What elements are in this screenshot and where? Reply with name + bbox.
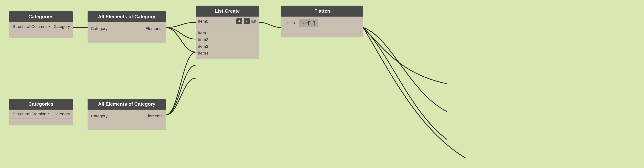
categories-node-bottom: Categories Structural Columns Structural…	[9, 99, 73, 125]
flatten-title: Flatten	[281, 5, 363, 16]
list-create-node: List.Create item0 + - list item1 item2 i…	[196, 5, 259, 59]
all-elements-bottom-port-in: Category	[91, 114, 108, 119]
all-elements-node-top: All Elements of Category Category Elemen…	[88, 11, 166, 43]
all-elements-top-title: All Elements of Category	[88, 11, 166, 22]
all-elements-bottom-title: All Elements of Category	[88, 99, 166, 110]
list-create-item2: item2	[198, 36, 256, 43]
category-port-top: Category	[54, 24, 70, 29]
structural-framing-select[interactable]: Structural Columns Structural Framing	[12, 111, 51, 117]
all-elements-top-port-in: Category	[91, 26, 108, 31]
flatten-port-out: var[]..[]	[299, 19, 318, 27]
categories-node-top: Categories Structural Columns Structural…	[9, 11, 73, 38]
categories-top-title: Categories	[9, 11, 73, 22]
list-create-item0: item0	[198, 19, 208, 24]
list-create-item1: item1	[198, 30, 256, 36]
flatten-bottom-label: l	[281, 30, 363, 37]
flatten-node: Flatten list > var[]..[] l	[281, 5, 363, 37]
list-create-port-out: list	[251, 19, 256, 24]
all-elements-top-port-out: Elements	[145, 26, 162, 31]
category-port-bottom: Category	[54, 112, 70, 117]
list-create-item3: item3	[198, 43, 256, 50]
flatten-arrow-icon: >	[293, 20, 296, 26]
categories-bottom-title: Categories	[9, 99, 73, 110]
all-elements-node-bottom: All Elements of Category Category Elemen…	[88, 99, 166, 130]
flatten-port-in: list	[285, 21, 290, 25]
list-create-item4: item4	[198, 50, 256, 57]
all-elements-bottom-port-out: Elements	[145, 114, 162, 119]
list-create-minus-button[interactable]: -	[244, 18, 250, 24]
list-create-plus-button[interactable]: +	[236, 18, 242, 24]
list-create-title: List.Create	[196, 5, 259, 16]
structural-columns-select[interactable]: Structural Columns Structural Framing	[12, 24, 51, 29]
